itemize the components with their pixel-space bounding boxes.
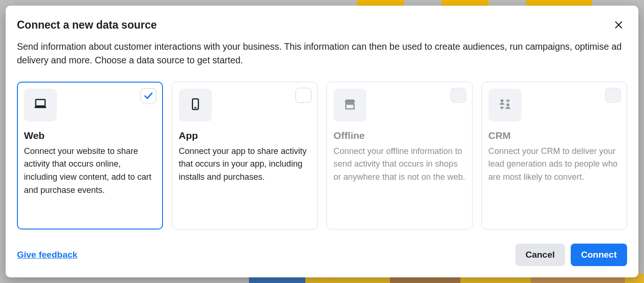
option-card-app[interactable]: App Connect your app to share activity t… <box>172 82 318 230</box>
selection-indicator <box>140 88 156 103</box>
selection-indicator <box>450 88 466 103</box>
option-description: Connect your website to share activity t… <box>24 145 156 198</box>
option-icon-box <box>24 89 57 122</box>
cancel-button[interactable]: Cancel <box>515 244 565 266</box>
option-title: CRM <box>489 130 621 141</box>
selection-indicator <box>295 88 311 103</box>
option-card-crm: CRM Connect your CRM to deliver your lea… <box>481 82 628 230</box>
option-description: Connect your offline information to send… <box>334 145 466 184</box>
store-icon <box>343 97 357 113</box>
backdrop-decor <box>526 0 592 6</box>
connect-data-source-modal: Connect a new data source Send informati… <box>6 6 638 277</box>
backdrop-decor <box>442 0 489 6</box>
people-sync-icon <box>498 97 512 113</box>
svg-rect-2 <box>36 99 45 106</box>
laptop-icon <box>33 97 47 113</box>
checkmark-icon <box>143 91 154 101</box>
backdrop-decor <box>357 0 404 6</box>
option-description: Connect your app to share activity that … <box>179 145 311 184</box>
connect-button[interactable]: Connect <box>571 244 627 266</box>
option-card-web[interactable]: Web Connect your website to share activi… <box>17 82 163 230</box>
selection-indicator <box>605 88 621 103</box>
svg-point-7 <box>500 99 503 102</box>
svg-rect-6 <box>346 104 354 109</box>
close-icon <box>613 20 624 31</box>
svg-point-8 <box>506 103 509 106</box>
option-title: Offline <box>334 130 466 141</box>
option-title: Web <box>24 130 156 141</box>
option-icon-box <box>334 89 366 122</box>
modal-title: Connect a new data source <box>17 19 627 31</box>
option-title: App <box>179 130 311 141</box>
option-icon-box <box>179 89 212 122</box>
data-source-options: Web Connect your website to share activi… <box>17 82 627 230</box>
option-icon-box <box>489 89 521 122</box>
option-card-offline: Offline Connect your offline information… <box>326 82 473 230</box>
mobile-icon <box>188 97 202 113</box>
modal-header: Connect a new data source <box>17 19 627 31</box>
svg-rect-3 <box>35 107 47 108</box>
modal-footer: Give feedback Cancel Connect <box>17 244 627 266</box>
modal-description: Send information about customer interact… <box>17 40 627 68</box>
close-button[interactable] <box>610 17 627 34</box>
footer-actions: Cancel Connect <box>515 244 627 266</box>
give-feedback-link[interactable]: Give feedback <box>17 250 78 260</box>
option-description: Connect your CRM to deliver your lead ge… <box>489 145 621 184</box>
